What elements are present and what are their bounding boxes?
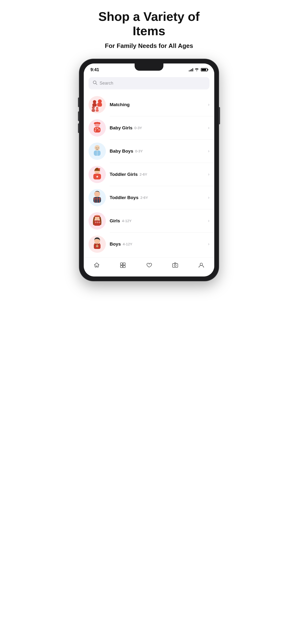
category-name-toddler-girls: Toddler Girls xyxy=(110,172,138,177)
category-age-toddler-girls: 2-6Y xyxy=(140,172,147,176)
chevron-right-toddler-boys: › xyxy=(208,195,209,200)
svg-point-18 xyxy=(97,128,98,129)
category-avatar-toddler-boys xyxy=(89,189,106,206)
phone-frame: 9:41 xyxy=(79,59,219,281)
page-header: Shop a Variety of Items For Family Needs… xyxy=(82,10,216,50)
phone-screen: 9:41 xyxy=(84,64,214,276)
svg-rect-8 xyxy=(97,103,102,106)
nav-item-profile[interactable] xyxy=(194,261,208,271)
category-avatar-matching xyxy=(89,96,106,113)
svg-rect-53 xyxy=(120,263,123,265)
category-info-matching: Matching xyxy=(110,102,204,107)
svg-point-15 xyxy=(96,122,98,124)
svg-rect-55 xyxy=(120,266,123,268)
svg-point-4 xyxy=(98,100,102,103)
status-time: 9:41 xyxy=(90,67,99,72)
svg-point-41 xyxy=(94,215,100,220)
svg-point-17 xyxy=(95,128,96,130)
category-name-baby-boys: Baby Boys xyxy=(110,148,133,154)
svg-rect-9 xyxy=(92,109,95,112)
svg-point-52 xyxy=(97,245,98,246)
home-icon xyxy=(94,262,100,270)
category-name-baby-girls: Baby Girls xyxy=(110,125,132,130)
chevron-right-boys: › xyxy=(208,242,209,246)
svg-rect-56 xyxy=(123,266,125,268)
category-item-toddler-girls[interactable]: ★ Toddler Girls 2-6Y › xyxy=(84,163,214,186)
categories-icon xyxy=(120,262,126,270)
category-age-girls: 4-12Y xyxy=(122,219,131,223)
category-item-matching[interactable]: Matching › xyxy=(84,93,214,116)
category-item-toddler-boys[interactable]: Toddler Boys 2-6Y › xyxy=(84,186,214,209)
category-name-toddler-boys: Toddler Boys xyxy=(110,195,138,200)
category-info-toddler-girls: Toddler Girls 2-6Y xyxy=(110,172,204,177)
svg-rect-7 xyxy=(92,103,97,106)
svg-text:★: ★ xyxy=(96,175,99,178)
category-item-baby-girls[interactable]: Baby Girls 0-3Y › xyxy=(84,116,214,140)
category-list: Matching › xyxy=(84,91,214,258)
search-icon xyxy=(93,80,97,86)
category-info-baby-girls: Baby Girls 0-3Y xyxy=(110,125,204,130)
search-bar[interactable]: Search xyxy=(89,77,209,89)
category-info-girls: Girls 4-12Y xyxy=(110,218,204,224)
category-age-baby-girls: 0-3Y xyxy=(134,126,142,130)
camera-icon xyxy=(172,262,178,270)
svg-point-22 xyxy=(95,145,100,150)
svg-point-24 xyxy=(98,147,99,148)
category-avatar-toddler-girls: ★ xyxy=(89,166,106,183)
category-info-baby-boys: Baby Boys 0-3Y xyxy=(110,148,204,154)
svg-point-6 xyxy=(96,107,98,109)
category-avatar-boys xyxy=(89,236,106,253)
nav-item-wishlist[interactable] xyxy=(142,261,156,271)
signal-icon xyxy=(189,68,193,72)
svg-point-59 xyxy=(200,263,203,266)
category-item-girls[interactable]: Girls 4-12Y › xyxy=(84,210,214,232)
svg-point-20 xyxy=(95,130,96,131)
svg-point-3 xyxy=(93,100,96,104)
chevron-right-baby-girls: › xyxy=(208,125,209,130)
svg-point-23 xyxy=(96,147,97,148)
category-age-baby-boys: 0-3Y xyxy=(135,149,143,153)
category-name-boys: Boys xyxy=(110,242,121,247)
category-avatar-girls xyxy=(89,212,106,230)
status-icons xyxy=(189,68,208,72)
svg-point-58 xyxy=(174,264,176,266)
category-age-boys: 4-12Y xyxy=(123,242,132,246)
page-title: Shop a Variety of Items xyxy=(82,10,216,38)
category-avatar-baby-boys xyxy=(89,142,106,160)
bottom-nav xyxy=(84,258,214,276)
svg-rect-54 xyxy=(123,263,125,265)
chevron-right-girls: › xyxy=(208,218,209,223)
category-name-girls: Girls xyxy=(110,218,120,224)
svg-rect-10 xyxy=(96,109,99,112)
profile-icon xyxy=(198,262,204,270)
search-container: Search xyxy=(84,74,214,91)
category-item-boys[interactable]: Boys 4-12Y › xyxy=(84,233,214,256)
search-placeholder: Search xyxy=(100,81,113,86)
chevron-right-toddler-girls: › xyxy=(208,172,209,177)
svg-rect-42 xyxy=(94,216,100,217)
battery-icon xyxy=(201,68,208,72)
category-avatar-baby-girls xyxy=(89,119,106,136)
chevron-right-matching: › xyxy=(208,102,209,107)
svg-line-1 xyxy=(96,84,97,84)
category-item-baby-boys[interactable]: Baby Boys 0-3Y › xyxy=(84,140,214,163)
category-info-boys: Boys 4-12Y xyxy=(110,242,204,247)
category-name-matching: Matching xyxy=(110,102,129,107)
category-age-toddler-boys: 2-6Y xyxy=(140,196,148,200)
notch xyxy=(135,64,163,71)
svg-point-19 xyxy=(99,129,100,130)
category-info-toddler-boys: Toddler Boys 2-6Y xyxy=(110,195,204,200)
svg-rect-57 xyxy=(173,264,178,268)
nav-item-categories[interactable] xyxy=(116,261,130,271)
nav-item-camera[interactable] xyxy=(168,261,182,271)
svg-point-30 xyxy=(99,168,100,170)
wishlist-icon xyxy=(146,262,152,270)
page-subtitle: For Family Needs for All Ages xyxy=(82,42,216,50)
chevron-right-baby-boys: › xyxy=(208,148,209,154)
nav-item-home[interactable] xyxy=(90,261,104,271)
wifi-icon xyxy=(195,68,199,72)
